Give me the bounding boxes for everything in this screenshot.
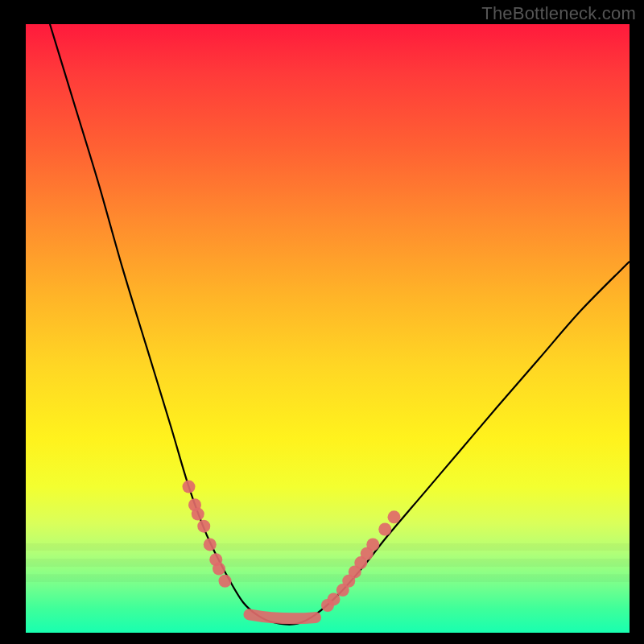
svg-point-0 <box>183 481 196 493</box>
svg-point-4 <box>204 538 217 551</box>
svg-point-6 <box>213 563 225 576</box>
svg-point-2 <box>192 508 204 521</box>
right-cluster-dots <box>321 510 401 612</box>
plot-area <box>26 24 630 633</box>
bottleneck-curve <box>50 24 630 625</box>
valley-highlight <box>250 614 316 618</box>
watermark-text: TheBottleneck.com <box>481 3 636 24</box>
svg-point-9 <box>328 592 341 605</box>
curve-svg <box>26 24 630 633</box>
svg-point-16 <box>378 522 391 535</box>
svg-point-17 <box>388 510 401 523</box>
svg-point-3 <box>197 520 210 533</box>
svg-point-7 <box>219 575 232 588</box>
svg-point-15 <box>366 538 379 551</box>
